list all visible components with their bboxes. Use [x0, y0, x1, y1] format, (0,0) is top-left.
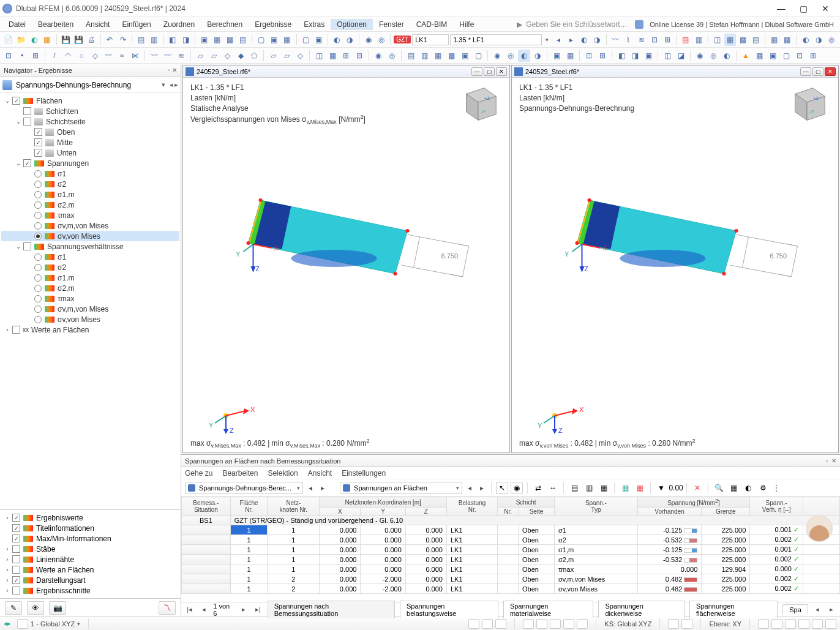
vp-close-icon[interactable]: ✕	[496, 67, 507, 76]
tool-icon[interactable]: ▤	[237, 34, 249, 46]
status-ks[interactable]: KS: Global XYZ	[604, 620, 651, 628]
menu-fenster[interactable]: Fenster	[373, 19, 410, 30]
assistant-avatar[interactable]	[806, 515, 833, 542]
menu-zuordnen[interactable]: Zuordnen	[157, 19, 201, 30]
close-panel-icon[interactable]: ✕	[831, 457, 836, 464]
tab-material[interactable]: Spannungen materialweise	[503, 601, 594, 618]
next-icon[interactable]: ▸	[239, 606, 248, 613]
table-row[interactable]: 110.0000.0000.000LK1Obenσ1-0.125225.0000…	[182, 525, 840, 535]
redo-icon[interactable]: ↷	[117, 34, 129, 46]
filter-icon[interactable]: ▼	[655, 482, 667, 494]
tab-flaechen[interactable]: Spannungen flächenweise	[689, 601, 778, 618]
tool-icon[interactable]: ◇	[294, 50, 306, 62]
tool-icon[interactable]: ◉	[362, 34, 374, 46]
orientation-cube[interactable]: +Z-Y	[783, 83, 831, 127]
menu-hilfe[interactable]: Hilfe	[453, 19, 480, 30]
prev-icon[interactable]: ◂	[465, 484, 474, 492]
more-icon[interactable]: ⋮	[771, 484, 781, 492]
status-ebene[interactable]: Ebene: XY	[709, 620, 741, 628]
tool-icon[interactable]: ◆	[234, 50, 247, 62]
scroll-left-icon[interactable]: ◂	[813, 606, 822, 613]
search-icon[interactable]: 🔍	[713, 482, 725, 494]
graph-icon[interactable]: 〽	[159, 601, 176, 615]
menu-ansicht[interactable]: Ansicht	[80, 19, 116, 30]
layout-icon[interactable]: ▤	[568, 482, 580, 494]
tool-icon[interactable]: ▩	[737, 34, 749, 46]
tool-icon[interactable]: ⌇	[623, 34, 634, 46]
tool-icon[interactable]: ◑	[812, 34, 824, 46]
tool-icon[interactable]: ◠	[62, 50, 74, 62]
layout-icon[interactable]: ▥	[583, 482, 595, 494]
block-icon[interactable]: ▦	[41, 34, 53, 46]
first-icon[interactable]: |◂	[185, 606, 194, 613]
tool-icon[interactable]: ⊞	[807, 50, 819, 62]
tool-icon[interactable]: ◑	[531, 50, 544, 62]
lk-combo[interactable]: LK1	[412, 34, 449, 45]
tool-icon[interactable]: ▣	[642, 50, 654, 62]
menu-bearbeiten[interactable]: Bearbeiten	[32, 19, 80, 30]
navigator-tree[interactable]: ⌄Flächen Schichten ⌄Schichtseite Oben Mi…	[0, 93, 181, 509]
tool-icon[interactable]: ◨	[180, 34, 192, 46]
viewport-1[interactable]: 240529_Steel.rf6* — ▢ ✕ LK1 - 1.35 * LF1…	[182, 65, 510, 453]
saveall-icon[interactable]: 💾	[73, 34, 84, 46]
tool-icon[interactable]: ▥	[693, 34, 705, 46]
tool-icon[interactable]: ≈	[116, 50, 128, 62]
tool-icon[interactable]: ▩	[445, 50, 457, 62]
tool-icon[interactable]: ▤	[405, 50, 417, 62]
tool-icon[interactable]: ▥	[148, 34, 160, 46]
next-icon[interactable]: ▸	[318, 484, 328, 492]
menu-optionen[interactable]: Optionen	[331, 19, 373, 30]
tp-menu-einstellungen[interactable]: Einstellungen	[342, 469, 386, 478]
tool-icon[interactable]: ▦	[727, 482, 740, 494]
tab-belastung[interactable]: Spannungen belastungsweise	[400, 601, 498, 618]
new-icon[interactable]: 📄	[2, 34, 14, 46]
tool-icon[interactable]: ▦	[768, 34, 780, 46]
table-row[interactable]: 110.0000.0000.000LK1Obenσ2-0.532225.0000…	[182, 535, 840, 545]
tp-combo-1[interactable]: Spannungs-Dehnungs-Berec...	[185, 482, 303, 494]
tool-icon[interactable]: ▤	[750, 34, 762, 46]
tool-icon[interactable]: ◧	[615, 50, 628, 62]
tool-icon[interactable]: ▦	[724, 34, 736, 46]
save-icon[interactable]: 💾	[60, 34, 72, 46]
tool-icon[interactable]: ▢	[780, 50, 792, 62]
cancel-icon[interactable]: ✕	[691, 482, 703, 494]
filter-icon[interactable]: ⇄	[532, 482, 544, 494]
tool-icon[interactable]: 〰	[162, 50, 174, 62]
dock-icon[interactable]: ▫	[167, 67, 170, 73]
prev-icon[interactable]: ◂	[199, 606, 208, 613]
apply-icon[interactable]: ✎	[5, 601, 22, 615]
tool-icon[interactable]: ▣	[550, 50, 563, 62]
tool-icon[interactable]: ⊡	[648, 34, 660, 46]
loadcase-combo[interactable]: 1.35 * LF1	[450, 34, 542, 45]
tool-icon[interactable]: ▱	[208, 50, 220, 62]
data-table[interactable]: Bemess.- Situation Fläche Nr. Netz- knot…	[181, 497, 840, 602]
minimize-button[interactable]: —	[774, 4, 789, 13]
tool-icon[interactable]: ◎	[386, 50, 398, 62]
last-icon[interactable]: ▸|	[253, 606, 263, 613]
nav-first-icon[interactable]: ◂	[552, 34, 564, 46]
tp-menu-gehezu[interactable]: Gehe zu	[185, 469, 212, 478]
tool-icon[interactable]: ▦	[432, 50, 444, 62]
keyword-input[interactable]: Geben Sie ein Schlüsselwort ein (Alt...	[522, 20, 632, 29]
tool-icon[interactable]: ▣	[767, 50, 779, 62]
vp-close-icon[interactable]: ✕	[825, 67, 836, 76]
tool-icon[interactable]: •	[16, 50, 28, 62]
tool-icon[interactable]: ▢	[299, 34, 311, 46]
tool-icon[interactable]: 〰	[610, 34, 621, 46]
vp-max-icon[interactable]: ▢	[812, 67, 823, 76]
color-icon[interactable]: ▦	[634, 482, 646, 494]
tool-icon[interactable]: ⊞	[340, 50, 352, 62]
dock-icon[interactable]: ▫	[825, 457, 828, 464]
tool-icon[interactable]: ▤	[135, 34, 147, 46]
nav-next-icon[interactable]: ▸	[565, 34, 577, 46]
tool-icon[interactable]: ⊞	[661, 34, 673, 46]
tool-icon[interactable]: ◐	[578, 34, 590, 46]
tool-icon[interactable]: ▣	[313, 34, 324, 46]
tool-icon[interactable]: ▲	[740, 50, 752, 62]
layout-icon[interactable]: ▦	[598, 482, 610, 494]
gzt-badge[interactable]: GZT	[394, 36, 411, 43]
tool-icon[interactable]: ⊟	[353, 50, 366, 62]
tool-icon[interactable]: ▱	[280, 50, 293, 62]
tool-icon[interactable]: ▣	[268, 34, 280, 46]
tool-icon[interactable]: ⊡	[793, 50, 806, 62]
